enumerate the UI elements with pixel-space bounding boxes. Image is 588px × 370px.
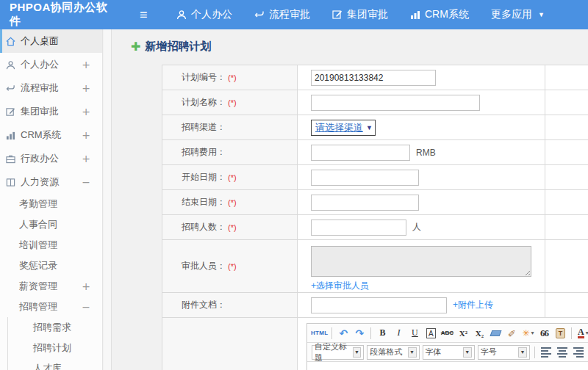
sidebar-item-workflow-approval[interactable]: 流程审批 + [0, 76, 102, 100]
dropdown-arrow-icon: ▼ [463, 347, 472, 358]
paragraph-format-dropdown[interactable]: 段落格式 ▼ [367, 345, 419, 360]
select-approver-link[interactable]: +选择审批人员 [311, 280, 369, 292]
sidebar-item-recruit-plan[interactable]: 招聘计划 [7, 338, 102, 358]
format-brush-icon[interactable]: ✎ [504, 326, 519, 341]
headcount-input[interactable] [311, 220, 406, 236]
subscript-button[interactable]: X₂ [472, 326, 487, 341]
italic-button[interactable]: I [391, 326, 406, 341]
collapse-minus-icon[interactable]: − [82, 301, 90, 313]
attachment-label: 附件文档： [182, 299, 226, 311]
plan-name-input[interactable] [311, 95, 480, 111]
sidebar-item-admin-office[interactable]: 行政办公 + [0, 147, 102, 170]
start-date-label: 开始日期： [182, 171, 226, 184]
form-row-plan-name: 计划名称： (*) [162, 90, 588, 115]
sidebar-scrollbar[interactable] [104, 29, 112, 370]
required-mark: (*) [228, 223, 237, 232]
start-date-input[interactable] [311, 170, 419, 186]
undo-icon[interactable]: ↶ [336, 326, 351, 341]
app-logo: PHPOA协同办公软件 [0, 1, 118, 29]
approver-label: 审批人员： [182, 260, 226, 272]
sidebar-item-personal-desktop[interactable]: 个人桌面 [0, 29, 102, 53]
hamburger-menu-icon[interactable]: ≡ [140, 7, 156, 23]
blockquote-button[interactable]: 66 [537, 326, 551, 341]
expand-plus-icon[interactable]: + [82, 153, 90, 164]
autotypeset-button[interactable]: A [423, 326, 438, 341]
superscript-button[interactable]: X² [456, 326, 470, 341]
plan-no-input[interactable] [311, 70, 436, 86]
editor-toolbar-row2: 自定义标题 ▼ 段落格式 ▼ 字体 ▼ 字号 ▼ [307, 343, 588, 362]
editor-content-area[interactable] [307, 362, 588, 370]
nav-workflow-approval[interactable]: 流程审批 [254, 8, 310, 21]
topbar: PHPOA协同办公软件 ≡ 个人办公 流程审批 集团审批 CRM系统 [0, 0, 588, 29]
sidebar-item-training-mgmt[interactable]: 培训管理 [0, 235, 102, 255]
resize-handle[interactable] [523, 269, 530, 275]
form-row-cost: 招聘费用： RMB [162, 140, 588, 165]
nav-group-approval[interactable]: 集团审批 [332, 8, 388, 21]
approver-textarea[interactable] [311, 246, 531, 277]
bold-button[interactable]: B [375, 326, 390, 341]
sidebar-item-recruit-mgmt[interactable]: 招聘管理 − [0, 297, 102, 317]
sidebar-item-reward-records[interactable]: 奖惩记录 [0, 255, 102, 276]
html-source-button[interactable]: HTML [311, 326, 328, 341]
reply-arrow-icon [6, 84, 21, 93]
dropdown-arrow-icon: ▼ [518, 347, 527, 358]
channel-select[interactable]: 请选择渠道 ▼ [311, 120, 376, 136]
expand-plus-icon[interactable]: + [82, 280, 90, 292]
required-mark: (*) [228, 198, 237, 207]
edit-square-icon [6, 107, 21, 117]
briefcase-icon [6, 154, 21, 164]
expand-plus-icon[interactable]: + [82, 59, 90, 70]
expand-plus-icon[interactable]: + [82, 82, 90, 94]
select-arrow-icon: ▼ [366, 124, 373, 131]
form-row-end-date: 结束日期： (*) [162, 190, 588, 215]
sidebar-item-hr-contracts[interactable]: 人事合同 [0, 214, 102, 235]
edit-square-icon [332, 10, 343, 20]
plus-icon: ✚ [131, 40, 140, 54]
home-icon [6, 37, 21, 46]
sidebar-item-salary-mgmt[interactable]: 薪资管理 + [0, 276, 102, 297]
reply-arrow-icon [254, 10, 265, 20]
paste-icon[interactable]: T [553, 326, 567, 341]
font-size-dropdown[interactable]: 字号 ▼ [478, 345, 530, 360]
attachment-upload-link[interactable]: +附件上传 [453, 299, 493, 311]
cost-input[interactable] [311, 145, 410, 161]
font-color-button[interactable]: A▾ [576, 326, 588, 341]
align-right-icon[interactable] [571, 345, 586, 360]
sidebar-item-recruit-demand[interactable]: 招聘需求 [7, 317, 102, 338]
sidebar-item-group-approval[interactable]: 集团审批 + [0, 100, 102, 123]
sidebar-item-attendance-mgmt[interactable]: 考勤管理 [0, 194, 102, 214]
person-icon [6, 60, 21, 70]
attachment-input[interactable] [311, 297, 447, 313]
editor-toolbar-row1: HTML ↶ ↷ B I U A ABC X² X₂ ✎ [307, 324, 588, 343]
sidebar-item-human-resources[interactable]: 人力资源 − [0, 170, 102, 194]
underline-button[interactable]: U [407, 326, 422, 341]
collapse-minus-icon[interactable]: − [82, 176, 90, 188]
sidebar-item-talent-pool[interactable]: 人才库 [7, 358, 102, 370]
form-row-editor: HTML ↶ ↷ B I U A ABC X² X₂ ✎ [162, 318, 588, 370]
form-row-headcount: 招聘人数： (*) 人 [162, 215, 588, 240]
cost-unit: RMB [416, 148, 436, 158]
custom-heading-dropdown[interactable]: 自定义标题 ▼ [312, 345, 364, 360]
end-date-input[interactable] [311, 195, 419, 211]
font-family-dropdown[interactable]: 字体 ▼ [423, 345, 475, 360]
eraser-icon[interactable] [488, 326, 503, 341]
nav-more-apps[interactable]: 更多应用 ▼ [491, 8, 545, 21]
nav-crm-system[interactable]: CRM系统 [410, 8, 469, 21]
form-row-channel: 招聘渠道： 请选择渠道 ▼ [162, 115, 588, 140]
expand-plus-icon[interactable]: + [82, 129, 90, 141]
highlight-palette-icon[interactable]: ✳▾ [520, 326, 535, 341]
redo-icon[interactable]: ↷ [352, 326, 367, 341]
align-center-icon[interactable] [555, 345, 570, 360]
expand-plus-icon[interactable]: + [82, 106, 90, 117]
sidebar-item-personal-office[interactable]: 个人办公 + [0, 53, 102, 76]
recruit-plan-form: 计划编号： (*) 计划名称： (*) 招聘渠道： [162, 65, 588, 370]
form-row-approver: 审批人员： (*) +选择审批人员 [162, 240, 588, 293]
sidebar-item-crm-system[interactable]: CRM系统 + [0, 123, 102, 147]
nav-personal-office[interactable]: 个人办公 [176, 8, 232, 21]
bar-chart-icon [410, 10, 420, 20]
strikethrough-button[interactable]: ABC [440, 326, 454, 341]
plan-no-label: 计划编号： [182, 71, 226, 84]
required-mark: (*) [228, 173, 237, 182]
align-left-icon[interactable] [539, 345, 553, 360]
required-mark: (*) [228, 262, 237, 271]
